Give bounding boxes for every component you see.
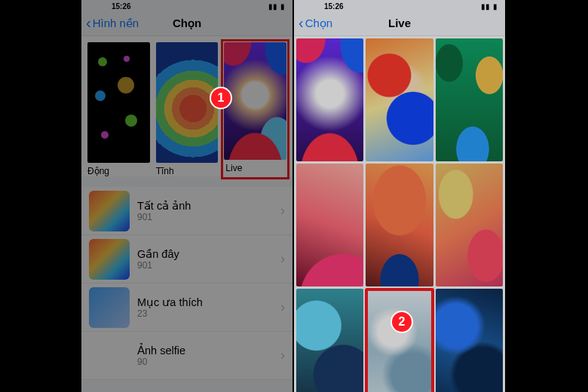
album-row-all-photos[interactable]: Tất cả ảnh 901 › xyxy=(81,187,292,235)
album-title: Mục ưa thích xyxy=(137,296,273,308)
back-label: Hình nền xyxy=(93,17,139,30)
wallpaper-thumb[interactable] xyxy=(366,164,433,286)
chevron-left-icon: ‹ xyxy=(86,15,91,30)
wallpaper-thumb[interactable] xyxy=(296,164,363,286)
live-wallpaper-grid xyxy=(294,36,505,392)
chevron-right-icon: › xyxy=(280,203,285,219)
album-list: Tất cả ảnh 901 › Gần đây 901 › Mục ưa th… xyxy=(81,187,292,380)
annotation-badge-2: 2 xyxy=(390,311,413,333)
wallpaper-thumb[interactable] xyxy=(436,164,503,286)
album-count: 90 xyxy=(137,357,273,367)
category-live[interactable]: Live xyxy=(222,41,288,178)
annotation-badge-1: 1 xyxy=(210,87,232,109)
battery-icon: ▮ xyxy=(280,2,285,11)
chevron-right-icon: › xyxy=(280,299,285,315)
wallpaper-thumb[interactable] xyxy=(436,38,503,161)
status-bar: 15:26 ▮▮▮ xyxy=(81,0,292,11)
album-row-recents[interactable]: Gần đây 901 › xyxy=(81,235,292,283)
chevron-right-icon: › xyxy=(280,251,285,267)
back-label: Chọn xyxy=(305,17,333,30)
status-icons: ▮▮▮ xyxy=(265,2,285,11)
thumbnail-icon xyxy=(156,42,219,163)
status-time: 15:26 xyxy=(324,2,344,11)
category-label: Live xyxy=(224,163,286,175)
album-row-favorites[interactable]: Mục ưa thích 23 › xyxy=(81,283,292,332)
album-thumb-icon xyxy=(89,239,130,280)
thumbnail-icon xyxy=(224,42,286,160)
album-title: Gần đây xyxy=(137,248,273,260)
wallpaper-category-row: Động Tĩnh Live xyxy=(81,36,292,176)
signal-icon: ▮▮ xyxy=(268,2,277,11)
screen-live-wallpapers: 15:26 ▮▮▮ ‹ Chọn Live 2 xyxy=(294,0,505,392)
album-text: Tất cả ảnh 901 xyxy=(137,200,273,222)
album-row-selfies[interactable]: Ảnh selfie 90 › xyxy=(81,332,292,380)
signal-icon: ▮▮ xyxy=(481,2,490,11)
album-count: 901 xyxy=(137,212,273,222)
album-text: Gần đây 901 xyxy=(137,248,273,271)
category-dynamic[interactable]: Động xyxy=(87,42,150,176)
category-label: Động xyxy=(87,166,150,176)
wallpaper-thumb[interactable] xyxy=(436,289,503,392)
status-time: 15:26 xyxy=(112,2,131,11)
album-count: 901 xyxy=(137,260,273,271)
page-title: Chọn xyxy=(173,17,201,30)
back-button[interactable]: ‹ Hình nền xyxy=(86,17,139,30)
album-thumb-icon xyxy=(89,191,130,231)
back-button[interactable]: ‹ Chọn xyxy=(299,17,332,30)
album-text: Ảnh selfie 90 xyxy=(137,345,273,367)
album-title: Ảnh selfie xyxy=(137,345,273,357)
wallpaper-thumb-selected[interactable] xyxy=(366,289,433,392)
album-thumb-icon xyxy=(89,287,130,328)
nav-bar: ‹ Chọn Live xyxy=(294,11,505,36)
status-icons: ▮▮▮ xyxy=(478,2,498,11)
chevron-left-icon: ‹ xyxy=(299,15,304,30)
category-label: Tĩnh xyxy=(156,166,219,176)
nav-bar: ‹ Hình nền Chọn xyxy=(81,11,292,36)
wallpaper-thumb[interactable] xyxy=(296,38,363,161)
album-text: Mục ưa thích 23 xyxy=(137,296,273,319)
battery-icon: ▮ xyxy=(493,2,498,11)
category-static[interactable]: Tĩnh xyxy=(156,42,219,176)
thumbnail-icon xyxy=(87,42,150,163)
album-count: 23 xyxy=(137,308,273,319)
status-bar: 15:26 ▮▮▮ xyxy=(294,0,505,11)
wallpaper-thumb[interactable] xyxy=(296,289,363,392)
page-title: Live xyxy=(388,17,411,29)
chevron-right-icon: › xyxy=(280,348,285,363)
screen-wallpaper-chooser: 15:26 ▮▮▮ ‹ Hình nền Chọn Động xyxy=(81,0,292,392)
album-title: Tất cả ảnh xyxy=(137,200,273,212)
wallpaper-thumb[interactable] xyxy=(366,38,433,161)
